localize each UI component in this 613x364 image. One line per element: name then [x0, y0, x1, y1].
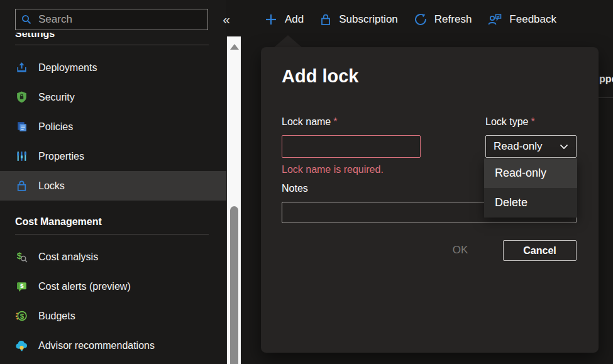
required-asterisk: * [531, 116, 534, 127]
feedback-button[interactable]: Feedback [487, 10, 556, 29]
deployments-icon [15, 61, 28, 74]
properties-sliders-icon [15, 150, 28, 163]
lock-type-selected-value: Read-only [494, 140, 543, 153]
lock-name-label: Lock name* [282, 116, 338, 128]
ok-button[interactable]: OK [432, 239, 489, 262]
sidebar-item-locks[interactable]: Locks [0, 171, 226, 201]
lock-type-option-read-only[interactable]: Read-only [484, 158, 577, 188]
sidebar-item-policies[interactable]: Policies [0, 112, 226, 141]
lock-name-error: Lock name is required. [282, 164, 384, 175]
lock-type-dropdown-menu: Read-only Delete [484, 158, 577, 218]
divider [15, 234, 209, 234]
toolbar-label: Add [285, 13, 304, 26]
sidebar-item-properties[interactable]: Properties [0, 141, 226, 171]
advisor-icon [15, 339, 28, 352]
lock-icon [15, 179, 28, 192]
sidebar-nav: Settings Deployments Secu [0, 33, 226, 364]
feedback-icon [487, 13, 502, 26]
cancel-button[interactable]: Cancel [503, 240, 577, 261]
security-shield-icon [15, 91, 28, 104]
subscription-button[interactable]: Subscription [319, 10, 398, 29]
sidebar-item-label: Cost analysis [38, 251, 98, 263]
lock-type-option-delete[interactable]: Delete [484, 188, 577, 218]
sidebar-scrollbar[interactable] [226, 36, 241, 364]
sidebar-item-label: Locks [38, 180, 65, 192]
divider [599, 97, 613, 98]
search-box[interactable] [15, 9, 208, 30]
required-asterisk: * [333, 116, 337, 127]
toolbar-label: Subscription [339, 13, 398, 26]
section-header-settings: Settings [0, 33, 226, 41]
collapse-sidebar-button[interactable]: « [218, 10, 235, 29]
svg-text:$: $ [20, 282, 24, 289]
sidebar-item-budgets[interactable]: $ Budgets [0, 301, 226, 331]
lock-icon [319, 13, 332, 26]
add-button[interactable]: Add [264, 10, 304, 29]
sidebar-item-advisor-recommendations[interactable]: Advisor recommendations [0, 331, 226, 360]
sidebar-item-label: Security [38, 92, 75, 103]
sidebar-item-deployments[interactable]: Deployments [0, 53, 226, 82]
sidebar-item-label: Cost alerts (preview) [38, 281, 131, 292]
add-lock-dialog: Add lock Lock name* Lock name is require… [261, 47, 599, 353]
scroll-up-arrow[interactable] [230, 44, 239, 50]
sidebar-item-security[interactable]: Security [0, 82, 226, 112]
refresh-button[interactable]: Refresh [414, 10, 472, 29]
search-input[interactable] [38, 13, 202, 26]
sidebar: « Settings Deployments [0, 0, 226, 364]
lock-type-label: Lock type* [485, 116, 535, 128]
clipped-background-text: ppe [599, 74, 613, 85]
divider [15, 45, 209, 45]
section-header-cost-management: Cost Management [0, 214, 226, 230]
toolbar-label: Refresh [434, 13, 472, 26]
dialog-title: Add lock [282, 66, 358, 87]
policies-icon [15, 120, 28, 133]
dialog-beak [273, 35, 302, 48]
sidebar-item-label: Budgets [38, 311, 75, 322]
cost-analysis-icon: $ [15, 250, 28, 263]
budgets-icon: $ [15, 309, 28, 323]
svg-text:$: $ [20, 312, 25, 320]
sidebar-item-cost-analysis[interactable]: $ Cost analysis [0, 242, 226, 272]
plus-icon [264, 13, 278, 26]
sidebar-item-cost-alerts[interactable]: $ Cost alerts (preview) [0, 272, 226, 301]
sidebar-item-label: Deployments [38, 62, 97, 74]
cost-alerts-icon: $ [15, 280, 28, 293]
command-bar: Add Subscription Refresh [264, 10, 556, 29]
lock-type-select[interactable]: Read-only [485, 135, 577, 158]
refresh-icon [414, 13, 428, 26]
search-icon [21, 14, 32, 25]
scrollbar-thumb[interactable] [230, 206, 238, 364]
lock-name-input[interactable] [282, 135, 421, 158]
sidebar-item-label: Policies [38, 121, 73, 133]
notes-label: Notes [282, 183, 308, 194]
toolbar-label: Feedback [509, 13, 556, 26]
chevron-down-icon [560, 144, 568, 150]
sidebar-item-label: Properties [38, 151, 84, 162]
sidebar-item-label: Advisor recommendations [38, 340, 155, 351]
